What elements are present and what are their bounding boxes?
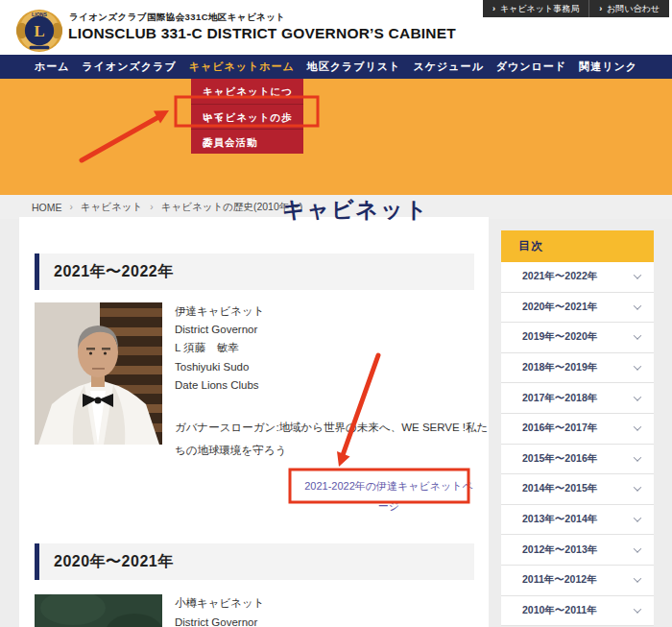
chevron-right-icon: ›: [492, 4, 495, 13]
toc-item-label: 2012年〜2013年: [522, 543, 597, 557]
lions-club-logo-icon: L LIONS: [16, 8, 62, 54]
chevron-down-icon: [634, 514, 641, 521]
governor-name-en: Toshiyuki Sudo: [175, 358, 265, 376]
cabinet-home-dropdown: キャビネットについて キャビネットの歩み 委員会活動: [191, 79, 303, 154]
nav-item-download[interactable]: ダウンロード: [496, 55, 566, 79]
nav-item-home[interactable]: ホーム: [35, 55, 70, 79]
cabinet-office-label: キャビネット事務局: [500, 3, 579, 15]
toc-item-2021-2022[interactable]: 2021年〜2022年: [501, 262, 654, 293]
toc-title: 目次: [501, 230, 654, 262]
breadcrumb-cabinet[interactable]: キャビネット: [81, 201, 142, 214]
nav-item-district-club-list[interactable]: 地区クラブリスト: [307, 55, 401, 79]
toc-item-label: 2020年〜2021年: [522, 301, 597, 314]
governor-info-2021: 伊達キャビネット District Governor L 須藤 敏幸 Toshi…: [175, 302, 265, 395]
section-heading-2020-2021: 2020年〜2021年: [35, 543, 474, 580]
section-heading-2021-2022: 2021年〜2022年: [35, 253, 474, 290]
toc-item-label: 2011年〜2012年: [522, 573, 597, 587]
section-heading-label: 2020年〜2021年: [54, 553, 174, 569]
toc-item-label: 2015年〜2016年: [522, 452, 597, 466]
site-subtitle: ライオンズクラブ国際協会331C地区キャビネット: [69, 12, 285, 24]
contact-button[interactable]: › お問い合わせ: [588, 0, 669, 17]
governor-photo-2020: [35, 594, 162, 627]
toc-item-label: 2018年〜2019年: [522, 361, 597, 374]
section-heading-label: 2021年〜2022年: [54, 263, 174, 279]
chevron-down-icon: [634, 301, 641, 309]
nav-item-schedule[interactable]: スケジュール: [413, 55, 483, 79]
toc-item-label: 2019年〜2020年: [522, 330, 597, 344]
chevron-down-icon: [634, 484, 641, 492]
toc-item-2018-2019[interactable]: 2018年〜2019年: [501, 353, 654, 384]
governor-photo-2021: [35, 302, 162, 445]
portrait-image: [35, 594, 162, 627]
hero-title: キャビネット: [282, 195, 429, 225]
breadcrumb-separator: ›: [150, 202, 153, 212]
toc-item-2017-2018[interactable]: 2017年〜2018年: [501, 383, 654, 414]
chevron-down-icon: [634, 423, 641, 431]
cabinet-name: 伊達キャビネット: [175, 302, 265, 321]
toc-item-2010-2011[interactable]: 2010年〜2011年: [501, 596, 654, 627]
chevron-down-icon: [634, 605, 641, 613]
governor-info-2020: 小樽キャビネット District Governor: [175, 593, 265, 627]
hero-banner: キャビネット: [0, 79, 672, 195]
chevron-right-icon: ›: [599, 4, 602, 13]
contact-label: お問い合わせ: [607, 3, 660, 15]
chevron-down-icon: [634, 393, 641, 400]
governor-slogan: ガバナースローガン:地域から世界の未来へ、WE SERVE !私たちの地球環境を…: [175, 416, 489, 462]
toc-item-label: 2013年〜2014年: [522, 513, 597, 526]
breadcrumb-home[interactable]: HOME: [32, 202, 62, 213]
site-header: L LIONS ライオンズクラブ国際協会331C地区キャビネット LIONSCL…: [0, 0, 672, 55]
toc-item-2020-2021[interactable]: 2020年〜2021年: [501, 293, 654, 324]
dropdown-item-cabinet-history[interactable]: キャビネットの歩み: [191, 104, 303, 129]
governor-name-jp: L 須藤 敏幸: [175, 339, 265, 357]
toc-item-label: 2014年〜2015年: [522, 482, 597, 495]
site-title: LIONSCLUB 331-C DISTRICT GOVERNOR’S CABI…: [68, 25, 456, 42]
table-of-contents: 目次 2021年〜2022年 2020年〜2021年 2019年〜2020年 2…: [501, 230, 654, 626]
toc-item-label: 2016年〜2017年: [522, 422, 597, 435]
toc-item-2013-2014[interactable]: 2013年〜2014年: [501, 505, 654, 536]
toc-item-2011-2012[interactable]: 2011年〜2012年: [501, 566, 654, 596]
dropdown-item-committee-activities[interactable]: 委員会活動: [191, 129, 303, 154]
toc-item-2014-2015[interactable]: 2014年〜2015年: [501, 474, 654, 505]
toc-item-2012-2013[interactable]: 2012年〜2013年: [501, 535, 654, 566]
toc-item-2015-2016[interactable]: 2015年〜2016年: [501, 445, 654, 475]
chevron-down-icon: [634, 362, 641, 370]
toc-item-2016-2017[interactable]: 2016年〜2017年: [501, 414, 654, 445]
dropdown-item-about-cabinet[interactable]: キャビネットについて: [191, 79, 303, 104]
portrait-image: [35, 302, 162, 445]
cabinet-office-button[interactable]: › キャビネット事務局: [483, 0, 588, 17]
nav-item-lions-club[interactable]: ライオンズクラブ: [83, 55, 177, 79]
chevron-down-icon: [634, 453, 641, 461]
chevron-down-icon: [634, 332, 641, 340]
page: L LIONS ライオンズクラブ国際協会331C地区キャビネット LIONSCL…: [0, 0, 672, 627]
chevron-down-icon: [634, 544, 641, 552]
main-nav: ホーム ライオンズクラブ キャビネットホーム 地区クラブリスト スケジュール ダ…: [0, 55, 672, 79]
breadcrumb-separator: ›: [70, 202, 73, 212]
toc-item-label: 2021年〜2022年: [522, 270, 597, 283]
main-content: 2021年〜2022年: [19, 217, 489, 627]
governor-role: District Governor: [175, 613, 265, 627]
cabinet-name: 小樽キャビネット: [175, 593, 265, 613]
toc-item-2019-2020[interactable]: 2019年〜2020年: [501, 323, 654, 353]
governor-club: Date Lions Clubs: [175, 376, 265, 395]
chevron-down-icon: [634, 575, 641, 583]
cabinet-page-link-2021-2022[interactable]: 2021-2022年の伊達キャビネットページ: [300, 476, 478, 517]
governor-role: District Governor: [175, 321, 265, 339]
svg-text:LIONS: LIONS: [32, 12, 47, 17]
topbar: › キャビネット事務局 › お問い合わせ: [483, 0, 669, 17]
svg-text:L: L: [34, 22, 44, 40]
nav-item-related-links[interactable]: 関連リンク: [579, 55, 637, 79]
toc-item-label: 2010年〜2011年: [522, 604, 597, 617]
toc-item-label: 2017年〜2018年: [522, 392, 597, 405]
nav-item-cabinet-home[interactable]: キャビネットホーム: [189, 55, 295, 79]
chevron-down-icon: [634, 272, 641, 279]
